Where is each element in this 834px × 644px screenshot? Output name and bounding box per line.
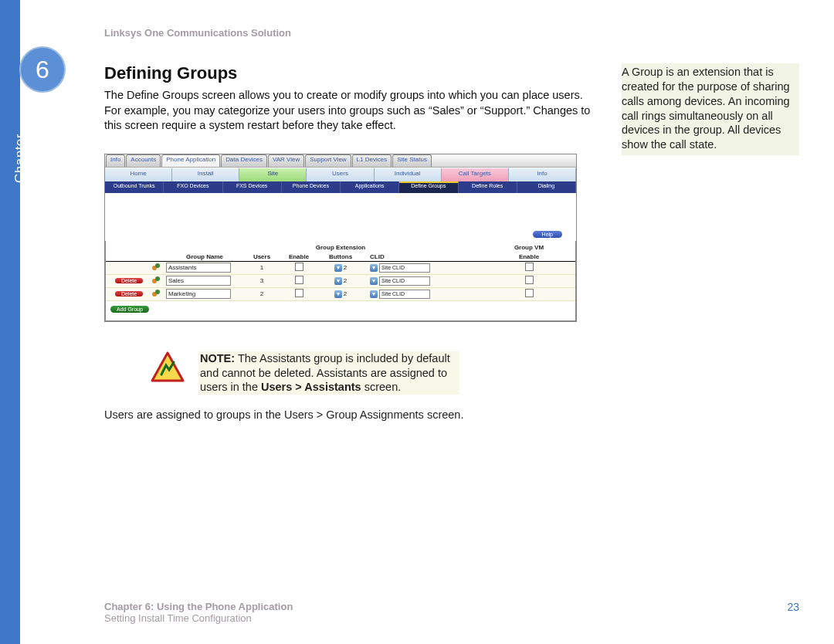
col-clid: CLID <box>364 253 447 260</box>
note-text: NOTE: The Assistants group is included b… <box>198 351 459 395</box>
page-footer: Chapter 6: Using the Phone Application S… <box>104 601 799 624</box>
col-users: Users <box>243 253 280 260</box>
group-icon <box>152 276 161 284</box>
sub-tab[interactable]: Define Groups <box>399 181 458 193</box>
top-tab[interactable]: Phone Application <box>161 154 220 167</box>
delete-button[interactable]: Delete <box>115 291 143 297</box>
clid-field[interactable]: Site CLID <box>379 276 430 286</box>
top-tab-row: InfoAccountsPhone ApplicationData Device… <box>105 154 576 168</box>
col-group-name: Group Name <box>166 253 243 260</box>
col-enable: Enable <box>280 253 317 260</box>
after-note-bold: Users > Group Assignments <box>284 408 424 421</box>
sub-tab-row: Outbound TrunksFXO DevicesFXS DevicesPho… <box>105 181 576 193</box>
sub-tab[interactable]: Outbound Trunks <box>105 181 164 193</box>
ext-enable-checkbox[interactable] <box>295 276 303 284</box>
intro-paragraph: The Define Groups screen allows you to c… <box>104 88 598 134</box>
clid-field[interactable]: Site CLID <box>379 263 430 273</box>
footer-subtitle: Setting Install Time Configuration <box>104 612 293 624</box>
document-title: Linksys One Communications Solution <box>104 27 799 39</box>
warning-icon <box>151 351 185 382</box>
nav-tab[interactable]: Home <box>105 168 172 181</box>
help-button[interactable]: Help <box>533 231 562 238</box>
clid-dropdown[interactable]: ▾ <box>370 277 378 285</box>
note-link: Users > Assistants <box>261 381 361 393</box>
clid-dropdown[interactable]: ▾ <box>370 290 378 298</box>
vm-enable-checkbox[interactable] <box>525 289 534 297</box>
sub-tab[interactable]: Phone Devices <box>282 181 341 193</box>
table-row: DeleteMarketing2▾2▾Site CLID <box>106 288 575 301</box>
clid-field[interactable]: Site CLID <box>379 290 430 299</box>
nav-tab[interactable]: Site <box>239 168 307 181</box>
vm-enable-checkbox[interactable] <box>525 276 534 284</box>
nav-tab[interactable]: Install <box>172 168 239 181</box>
ext-enable-checkbox[interactable] <box>295 289 303 297</box>
nav-tab[interactable]: Users <box>307 168 374 181</box>
col-group-vm: Group VM <box>506 244 552 251</box>
chapter-label: Chapter <box>12 134 28 183</box>
vm-enable-checkbox[interactable] <box>525 263 534 271</box>
buttons-stepper[interactable]: ▾ <box>334 264 342 272</box>
chapter-number-badge: 6 <box>19 46 66 93</box>
note-tail: screen. <box>361 381 402 393</box>
section-heading: Defining Groups <box>104 63 598 83</box>
top-tab[interactable]: Site Status <box>392 154 432 167</box>
sub-tab[interactable]: FXS Devices <box>223 181 282 193</box>
group-name-field[interactable]: Marketing <box>166 289 231 299</box>
note-label: NOTE: <box>200 352 235 364</box>
nav-tab[interactable]: Individual <box>375 168 442 181</box>
table-row: Assistants1▾2▾Site CLID <box>106 262 575 275</box>
app-screenshot: InfoAccountsPhone ApplicationData Device… <box>104 154 577 322</box>
page-number: 23 <box>787 601 799 624</box>
sub-tab[interactable]: Define Roles <box>459 181 517 193</box>
groups-table: Group Extension Group VM Group Name User… <box>105 241 576 321</box>
col-vm-enable: Enable <box>506 253 552 260</box>
nav-tab[interactable]: Call Targets <box>442 168 509 181</box>
group-name-field[interactable]: Assistants <box>166 263 231 273</box>
after-note-post: screen. <box>424 408 464 421</box>
nav-tab-row: HomeInstallSiteUsersIndividualCall Targe… <box>105 168 576 181</box>
group-icon <box>152 290 161 297</box>
users-count: 3 <box>243 277 280 284</box>
table-row: DeleteSales3▾2▾Site CLID <box>106 275 575 288</box>
sub-tab[interactable]: Applications <box>341 181 399 193</box>
group-name-field[interactable]: Sales <box>166 276 231 286</box>
clid-dropdown[interactable]: ▾ <box>370 264 378 272</box>
add-group-button[interactable]: Add Group <box>110 306 149 313</box>
after-note-paragraph: Users are assigned to groups in the User… <box>104 408 598 421</box>
margin-note: A Group is an extension that is created … <box>622 63 799 155</box>
footer-chapter: Chapter 6: Using the Phone Application <box>104 601 293 612</box>
toolbar-area: Help <box>105 193 576 241</box>
users-count: 1 <box>243 264 280 271</box>
sub-tab[interactable]: FXO Devices <box>164 181 222 193</box>
buttons-stepper[interactable]: ▾ <box>334 277 342 285</box>
delete-button[interactable]: Delete <box>115 278 143 283</box>
top-tab[interactable]: Accounts <box>126 154 161 167</box>
top-tab[interactable]: Info <box>106 154 125 167</box>
chapter-number: 6 <box>36 56 49 84</box>
col-group-extension: Group Extension <box>280 244 401 251</box>
top-tab[interactable]: VAR View <box>268 154 304 167</box>
col-buttons: Buttons <box>317 253 364 260</box>
buttons-stepper[interactable]: ▾ <box>334 290 342 298</box>
nav-tab[interactable]: Info <box>509 168 576 181</box>
top-tab[interactable]: Data Devices <box>221 154 267 167</box>
top-tab[interactable]: Support View <box>305 154 351 167</box>
sub-tab[interactable]: Dialing <box>517 181 576 193</box>
ext-enable-checkbox[interactable] <box>295 263 303 271</box>
page-sidebar: Chapter <box>0 0 20 644</box>
group-icon <box>152 263 161 271</box>
top-tab[interactable]: L1 Devices <box>352 154 392 167</box>
users-count: 2 <box>243 290 280 297</box>
note-block: NOTE: The Assistants group is included b… <box>151 351 459 395</box>
after-note-pre: Users are assigned to groups in the <box>104 408 284 421</box>
